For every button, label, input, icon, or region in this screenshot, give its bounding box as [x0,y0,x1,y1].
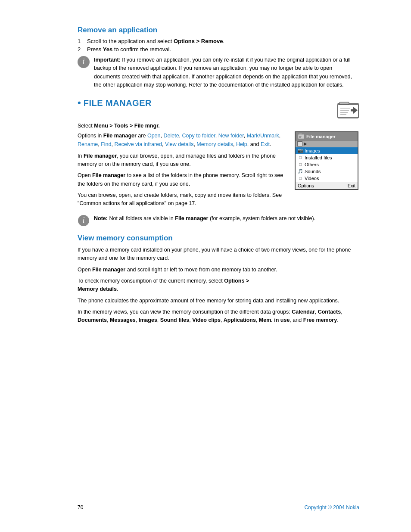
option-copy-to-folder[interactable]: Copy to folder [182,133,215,139]
file-manager-section: • FILE MANAGER [78,98,359,228]
step-2: 2 Press Yes to confirm the removal. [78,46,359,53]
fm-para-2: Open File manager to see a list of the f… [78,171,286,188]
remove-application-section: Remove an application 1 Scroll to the ap… [78,26,359,90]
fm-text-col: Options in File manager are Open, Delete… [78,131,286,211]
view-memory-heading: View memory consumption [78,234,359,243]
fm-para-1: In File manager, you can browse, open, a… [78,152,286,169]
vmc-para-2: Open File manager and scroll right or le… [78,266,359,274]
images-icon: 📷 [298,148,303,153]
step-2-text: Press Yes to confirm the removal. [87,46,171,53]
step-1-num: 1 [78,38,84,44]
option-rename[interactable]: Rename [78,141,98,147]
svg-text:i: i [82,216,84,224]
svg-rect-12 [299,134,302,135]
footer-options: Options [298,183,314,188]
nav-box [297,141,302,146]
file-manager-icon [337,99,359,123]
option-delete[interactable]: Delete [163,133,179,139]
section-title-row: • FILE MANAGER [78,98,359,123]
sounds-icon: 🎵 [298,169,303,174]
option-memory-details[interactable]: Memory details [196,141,233,147]
options-line: Options in File manager are Open, Delete… [78,131,286,149]
svg-rect-3 [339,102,349,105]
step-1: 1 Scroll to the application and select O… [78,38,359,44]
phone-ui-title-bar: File manager [298,133,336,140]
option-receive-infrared[interactable]: Receive via infrared [114,141,162,147]
vmc-para-1: If you have a memory card installed on y… [78,246,359,263]
vmc-para-3: To check memory consumption of the curre… [78,277,359,294]
option-find[interactable]: Find [101,141,111,147]
footer-copyright: Copyright © 2004 Nokia [304,504,359,510]
option-open[interactable]: Open [147,133,161,139]
fm-note-box: i Note: Not all folders are visible in F… [78,215,359,228]
phone-ui-nav-bar: ▶ [296,141,358,147]
list-item-others: □ Others [296,161,358,168]
fm-note-text: Note: Not all folders are visible in Fil… [94,215,315,223]
select-menu-text: Select Menu > Tools > File mngr. [78,123,359,129]
step-1-text: Scroll to the application and select Opt… [87,38,224,44]
list-item-images: 📷 Images [296,147,358,154]
page-footer: 70 Copyright © 2004 Nokia [0,504,411,510]
important-note-text: Important: If you remove an application,… [94,56,359,90]
phone-ui-list: 📷 Images □ Installed files □ Others � [296,147,358,182]
remove-steps-list: 1 Scroll to the application and select O… [78,38,359,53]
svg-text:i: i [82,57,84,66]
others-icon: □ [298,162,303,167]
fm-ui-icon [298,133,305,140]
nav-arrow-right: ▶ [304,141,307,146]
phone-ui-screenshot: File manager ▶ 📷 Images □ [295,131,359,190]
view-memory-section: View memory consumption If you have a me… [78,234,359,325]
videos-icon: □ [298,176,303,180]
svg-rect-10 [351,109,355,111]
fm-content-row: Options in File manager are Open, Delete… [78,131,359,211]
option-mark-unmark[interactable]: Mark/Unmark [247,133,279,139]
important-note-box: i Important: If you remove an applicatio… [78,56,359,90]
list-item-installed-files: □ Installed files [296,154,358,161]
list-item-videos: □ Videos [296,175,358,182]
page-number: 70 [78,504,83,510]
footer-exit: Exit [348,183,355,188]
fm-para-3: You can browse, open, and create folders… [78,191,286,208]
step-2-num: 2 [78,46,84,53]
item-installed-label: Installed files [305,155,332,160]
bullet-dot: • [78,98,81,108]
phone-ui-footer: Options Exit [296,182,358,189]
vmc-para-5: In the memory views, you can view the me… [78,308,359,325]
option-view-details[interactable]: View details [165,141,193,147]
item-others-label: Others [305,162,319,167]
important-icon: i [78,56,90,68]
phone-ui-title-text: File manager [306,134,336,139]
fm-note-icon: i [78,215,90,228]
item-videos-label: Videos [305,176,319,181]
installed-icon: □ [298,155,303,160]
option-exit[interactable]: Exit [261,141,270,147]
list-item-sounds: 🎵 Sounds [296,168,358,175]
phone-ui: File manager ▶ 📷 Images □ [295,131,358,190]
vmc-para-4: The phone calculates the approximate amo… [78,297,359,305]
bullet-heading: • FILE MANAGER [78,98,152,108]
remove-application-heading: Remove an application [78,26,359,34]
item-sounds-label: Sounds [305,169,321,174]
item-images-label: Images [305,148,320,153]
file-manager-heading: FILE MANAGER [84,98,152,108]
option-help[interactable]: Help [236,141,247,147]
phone-ui-header: File manager [296,132,358,141]
page: Remove an application 1 Scroll to the ap… [0,0,411,532]
option-new-folder[interactable]: New folder [218,133,244,139]
